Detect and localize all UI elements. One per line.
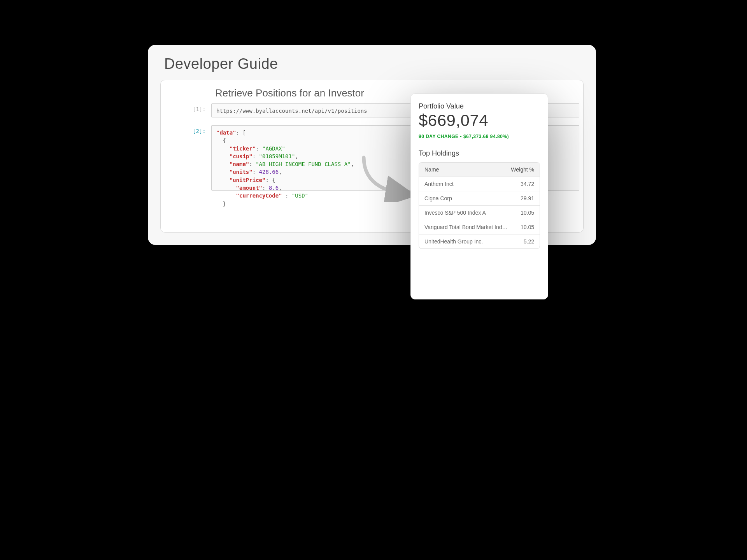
table-row: UnitedHealth Group Inc. 5.22 — [419, 234, 540, 248]
col-name: Name — [424, 166, 511, 173]
api-url: https://www.byallaccounts.net/api/v1/pos… — [216, 108, 367, 114]
section-title: Retrieve Positions for an Investor — [215, 87, 364, 99]
json-response: "data": [ { "ticker": "AGDAX" "cusip": "… — [216, 130, 354, 207]
holding-weight: 29.91 — [511, 195, 534, 201]
table-row: Cigna Corp 29.91 — [419, 191, 540, 206]
arrow-icon — [360, 152, 410, 202]
cell-prompt-1: [1]: — [193, 106, 206, 112]
table-header: Name Weight % — [419, 163, 540, 177]
holding-weight: 10.05 — [511, 224, 534, 230]
portfolio-value: $669,074 — [419, 111, 540, 130]
stage: Developer Guide Retrieve Positions for a… — [124, 0, 622, 373]
page-title: Developer Guide — [164, 56, 278, 72]
holding-weight: 10.05 — [511, 210, 534, 216]
holding-weight: 5.22 — [511, 238, 534, 245]
top-holdings-title: Top Holdings — [419, 149, 540, 158]
holding-name: Cigna Corp — [424, 195, 511, 201]
table-row: Vanguard Total Bond Market Index 10.05 — [419, 220, 540, 234]
holding-name: Invesco S&P 500 Index A — [424, 210, 511, 216]
portfolio-value-label: Portfolio Value — [419, 102, 540, 110]
col-weight: Weight % — [511, 166, 534, 173]
table-row: Invesco S&P 500 Index A 10.05 — [419, 206, 540, 220]
holding-name: UnitedHealth Group Inc. — [424, 238, 511, 245]
table-row: Anthem Inct 34.72 — [419, 177, 540, 191]
cell-prompt-2: [2]: — [193, 128, 206, 134]
holding-name: Vanguard Total Bond Market Index — [424, 224, 511, 230]
holding-name: Anthem Inct — [424, 181, 511, 187]
holding-weight: 34.72 — [511, 181, 534, 187]
holdings-table: Name Weight % Anthem Inct 34.72 Cigna Co… — [419, 162, 540, 249]
portfolio-change-line: 90 DAY CHANGE • $67,373.69 94.80%) — [419, 134, 540, 139]
portfolio-card: Portfolio Value $669,074 90 DAY CHANGE •… — [410, 93, 548, 299]
